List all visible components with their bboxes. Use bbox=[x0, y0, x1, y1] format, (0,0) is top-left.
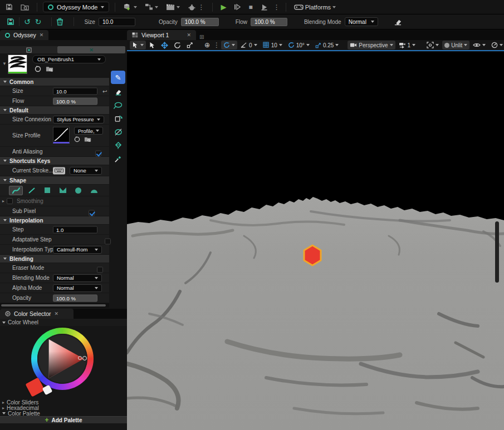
tab-color-selector[interactable]: Color Selector ✕ bbox=[0, 309, 74, 319]
brush-preview-thumbnail[interactable] bbox=[8, 55, 27, 74]
undo-button[interactable]: ↺ bbox=[22, 16, 33, 27]
section-shape[interactable]: Shape bbox=[0, 176, 109, 185]
browse-asset-icon[interactable] bbox=[84, 136, 91, 142]
skip-frame-button[interactable] bbox=[232, 2, 243, 13]
blending-mode-row-dropdown[interactable]: Normal bbox=[53, 274, 102, 282]
play-options-dots-icon[interactable]: ⋮ bbox=[273, 4, 280, 10]
adaptative-step-checkbox[interactable] bbox=[105, 238, 111, 244]
section-default[interactable]: Default bbox=[0, 106, 109, 115]
interpolation-type-dropdown[interactable]: Catmull-Rom bbox=[53, 246, 102, 254]
rotation-snap-dropdown[interactable]: 10° bbox=[286, 41, 312, 50]
rotate-tool-button[interactable] bbox=[172, 41, 183, 50]
section-interpolation[interactable]: Interpolation bbox=[0, 216, 109, 225]
snap-dots-icon[interactable]: ⋮ bbox=[213, 42, 220, 48]
mask-tool-button[interactable] bbox=[111, 127, 125, 137]
tab-odyssey[interactable]: Odyssey ✕ bbox=[0, 30, 48, 40]
fill-tool-button[interactable] bbox=[111, 140, 125, 151]
lasso-tool-button[interactable] bbox=[111, 100, 125, 111]
blueprints-button[interactable] bbox=[143, 2, 160, 13]
hexadecimal-header[interactable]: ▸ Hexadecimal bbox=[0, 405, 127, 411]
browse-asset-icon[interactable] bbox=[46, 66, 53, 72]
tab-options-icon[interactable]: ⊞ bbox=[199, 34, 204, 40]
eraser-mode-checkbox[interactable] bbox=[97, 266, 103, 273]
hue-picker-handle[interactable] bbox=[82, 356, 87, 360]
close-icon[interactable]: ✕ bbox=[187, 32, 191, 38]
line-shape-button[interactable] bbox=[25, 186, 38, 195]
select-tool-button[interactable] bbox=[147, 41, 158, 50]
transform-tool-button[interactable] bbox=[111, 113, 125, 124]
freehand-shape-button[interactable] bbox=[9, 186, 23, 195]
move-tool-button[interactable] bbox=[159, 41, 170, 50]
properties-horizontal-scrollbar[interactable] bbox=[0, 303, 109, 308]
eraser-toggle-button[interactable] bbox=[392, 16, 404, 27]
cinematics-button[interactable] bbox=[164, 2, 182, 13]
transform-mode-dropdown[interactable] bbox=[130, 41, 146, 50]
color-wheel-header[interactable]: Color Wheel bbox=[0, 319, 127, 326]
launch-button[interactable] bbox=[258, 2, 270, 13]
play-button[interactable]: ▶ bbox=[218, 2, 228, 13]
color-sliders-header[interactable]: ▸ Color Sliders bbox=[0, 399, 127, 405]
scale-snap-dropdown[interactable]: 0.25 bbox=[313, 41, 341, 50]
common-flow-slider[interactable]: 100.0 % bbox=[53, 97, 97, 105]
flow-slider[interactable]: 100.0 % bbox=[251, 18, 287, 26]
smoothing-checkbox[interactable] bbox=[7, 198, 13, 204]
delete-layer-button[interactable] bbox=[54, 16, 66, 27]
size-input[interactable]: 10.0 bbox=[99, 18, 135, 26]
surface-offset-dropdown[interactable]: 0 bbox=[238, 41, 260, 50]
step-input[interactable]: 1.0 bbox=[53, 226, 97, 233]
add-actor-button[interactable] bbox=[121, 2, 139, 13]
show-flags-dropdown[interactable] bbox=[471, 41, 488, 50]
eraser-tool-button[interactable] bbox=[111, 87, 125, 97]
rectangle-shape-button[interactable] bbox=[40, 186, 54, 195]
perspective-dropdown[interactable]: Perspective bbox=[348, 41, 395, 50]
platforms-dropdown[interactable]: Platforms bbox=[292, 2, 338, 13]
browse-content-button[interactable] bbox=[18, 2, 31, 13]
section-blending[interactable]: Blending bbox=[0, 255, 109, 263]
close-icon[interactable]: ✕ bbox=[40, 32, 44, 38]
section-common[interactable]: Common bbox=[0, 78, 109, 86]
section-shortcuts[interactable]: Shortcuts Keys bbox=[0, 157, 109, 165]
save-button[interactable] bbox=[3, 2, 15, 13]
color-wheel[interactable] bbox=[31, 328, 94, 390]
exposure-dropdown[interactable] bbox=[489, 41, 504, 50]
blending-mode-dropdown[interactable]: Normal bbox=[345, 17, 378, 26]
size-connexion-dropdown[interactable]: Stylus Pressure bbox=[53, 116, 104, 123]
expander-icon[interactable]: ▼ bbox=[2, 61, 7, 66]
world-local-toggle[interactable]: ⊕ bbox=[202, 41, 212, 50]
save-brush-button[interactable] bbox=[4, 16, 17, 27]
arc-shape-button[interactable] bbox=[87, 186, 101, 195]
polygon-shape-button[interactable] bbox=[56, 186, 70, 195]
stop-button[interactable]: ■ bbox=[246, 2, 255, 13]
scale-tool-button[interactable] bbox=[184, 41, 195, 50]
common-size-input[interactable]: 10.0 bbox=[53, 87, 97, 95]
use-selected-icon[interactable] bbox=[74, 136, 80, 142]
brush-presets-subtab[interactable] bbox=[0, 46, 57, 53]
color-palette-header[interactable]: Color Palette bbox=[0, 411, 127, 416]
opacity-slider[interactable]: 100.0 % bbox=[181, 18, 219, 26]
surface-snap-toggle[interactable] bbox=[221, 41, 237, 50]
close-icon[interactable]: ✕ bbox=[55, 311, 59, 317]
camera-speed-dropdown[interactable]: 1 bbox=[397, 41, 418, 50]
view-mode-dropdown[interactable]: Unlit bbox=[442, 41, 469, 50]
brush-asset-dropdown[interactable]: OB_PenBrush1 bbox=[32, 55, 106, 63]
mode-selector-dropdown[interactable]: Odyssey Mode bbox=[43, 2, 109, 12]
screen-percentage-dropdown[interactable] bbox=[424, 41, 441, 50]
current-stroke-dropdown[interactable]: None bbox=[70, 167, 102, 175]
sub-pixel-checkbox[interactable] bbox=[89, 210, 95, 216]
tools-subtab[interactable]: ✕ bbox=[57, 46, 125, 53]
alpha-mode-dropdown[interactable]: Normal bbox=[53, 284, 102, 292]
ellipse-shape-button[interactable] bbox=[71, 186, 85, 195]
grid-snap-dropdown[interactable]: 10 bbox=[261, 41, 285, 50]
reset-to-default-icon[interactable]: ↩ bbox=[102, 88, 107, 94]
create-button[interactable]: ⋮ bbox=[185, 2, 207, 13]
size-profile-thumbnail[interactable] bbox=[53, 127, 70, 144]
expander-right-icon[interactable]: ▸ bbox=[2, 199, 4, 204]
color-picker-handle[interactable] bbox=[78, 356, 82, 360]
use-selected-icon[interactable] bbox=[35, 66, 41, 72]
overflow-dots-icon[interactable]: ⋮ bbox=[198, 4, 204, 10]
tab-viewport-1[interactable]: Viewport 1 ✕ bbox=[127, 30, 196, 40]
eyedropper-tool-button[interactable] bbox=[111, 154, 125, 164]
opacity-row-slider[interactable]: 100.0 % bbox=[53, 294, 97, 302]
viewport-scrollbar[interactable] bbox=[495, 221, 499, 283]
keyboard-shortcut-button[interactable] bbox=[53, 167, 65, 174]
